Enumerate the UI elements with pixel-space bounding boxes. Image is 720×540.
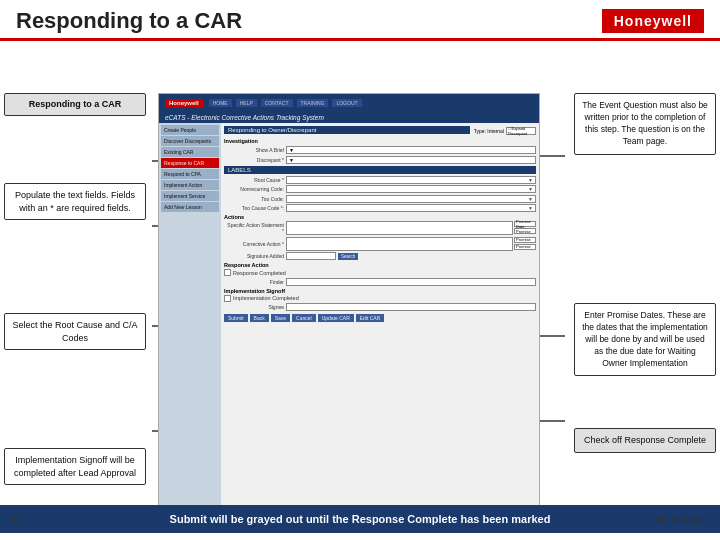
sc-nav-help[interactable]: HELP (236, 99, 257, 107)
check-response-annotation: Check off Response Complete (574, 428, 716, 453)
sc-show-a-brief: Show A Brief ▼ (224, 146, 536, 154)
sc-specific-action-input[interactable] (286, 221, 513, 235)
sc-update-car-btn[interactable]: Update CAR (318, 314, 354, 322)
sc-sidebar-lessons[interactable]: Add New Lesson (161, 202, 219, 212)
sc-sidebar-implement-svc[interactable]: Implement Service (161, 191, 219, 201)
event-question-annotation: The Event Question must also be written … (574, 93, 716, 155)
sc-body: Create People Discover Discrepants Exist… (159, 123, 539, 515)
sc-title-bar: eCATS - Electronic Corrective Actions Tr… (159, 112, 539, 123)
sc-expand-checkbox[interactable]: □ Expand Discrepant (506, 127, 536, 135)
sc-actions-label: Actions (224, 214, 536, 220)
sc-show-brief-select[interactable]: ▼ (286, 146, 536, 154)
sc-nonrecurring-select[interactable]: ▼ (286, 185, 536, 193)
sc-bottom-buttons: Submit Back Save Cancel Update CAR Edit … (224, 314, 536, 322)
sc-root-cause-select[interactable]: ▼ (286, 176, 536, 184)
sc-save-btn[interactable]: Save (271, 314, 290, 322)
sc-specific-action-row: Specific Action Statement * Promise Date… (224, 221, 536, 235)
sc-promise-date-4[interactable]: Promise (514, 244, 536, 250)
sc-response-complete-row: Response Completed (224, 269, 536, 276)
sc-impl-signee-row: Signee (224, 303, 536, 311)
main-content: Responding to a CAR Populate the text fi… (0, 41, 720, 533)
sc-sidebar-response[interactable]: Response to CAR (161, 158, 219, 168)
sc-sidebar-respond-cpa[interactable]: Respond to CPA (161, 169, 219, 179)
sc-corrective-action-input[interactable] (286, 237, 513, 251)
sc-promise-date-3[interactable]: Promise (514, 237, 536, 243)
sc-signature-btn[interactable]: Search (338, 253, 358, 260)
bottom-bar: Submit will be grayed out until the Resp… (0, 505, 720, 533)
sc-too-code-row: Too Code: ▼ (224, 195, 536, 203)
sc-sidebar-implement[interactable]: Implement Action (161, 180, 219, 190)
page-title: Responding to a CAR (16, 8, 242, 34)
sc-impl-complete-row: Implementation Completed (224, 295, 536, 302)
sc-back-btn[interactable]: Back (250, 314, 269, 322)
sc-response-complete-checkbox[interactable] (224, 269, 231, 276)
sc-signature-row: Signature Added Search (224, 252, 536, 260)
sc-logo: Honeywell (165, 99, 203, 107)
sc-impl-signoff-label: Implementation Signoff (224, 288, 536, 294)
sc-section-title: Responding to Owner/Discrepant (224, 126, 470, 134)
sc-finder-row: Finder (224, 278, 536, 286)
sc-labels-section: LABELS (224, 166, 536, 174)
page-header: Responding to a CAR Honeywell (0, 0, 720, 41)
sc-submit-btn[interactable]: Submit (224, 314, 248, 322)
sc-promise-date-2[interactable]: Promise (514, 228, 536, 234)
sc-promise-date-1[interactable]: Promise Date (514, 221, 536, 227)
sc-impl-complete-label: Implementation Completed (233, 295, 299, 301)
sc-sidebar: Create People Discover Discrepants Exist… (159, 123, 221, 515)
sc-sidebar-discover[interactable]: Discover Discrepants (161, 136, 219, 146)
bottom-bar-text: Submit will be grayed out until the Resp… (170, 513, 551, 525)
sc-signature-input[interactable] (286, 252, 336, 260)
sc-investigation-label: Investigation (224, 138, 536, 144)
root-cause-annotation: Select the Root Cause and C/A Codes (4, 313, 146, 350)
sc-main-content: Responding to Owner/Discrepant Type: Int… (221, 123, 539, 515)
sc-nav-home[interactable]: HOME (209, 99, 232, 107)
honeywell-logo: Honeywell (602, 9, 704, 33)
sc-corrective-action-row: Corrective Action * Promise Promise (224, 237, 536, 251)
sc-nav-contact[interactable]: CONTACT (261, 99, 293, 107)
sc-sidebar-create-people[interactable]: Create People (161, 125, 219, 135)
promise-dates-annotation: Enter Promise Dates. These are the dates… (574, 303, 716, 376)
file-number-label: File Number (650, 513, 710, 525)
page-number: 21 (10, 513, 22, 525)
sc-nav-training[interactable]: TRAINING (297, 99, 329, 107)
sc-root-cause-row: Root Cause * ▼ (224, 176, 536, 184)
populate-fields-annotation: Populate the text fields. Fields with an… (4, 183, 146, 220)
sc-sidebar-existing[interactable]: Existing CAR (161, 147, 219, 157)
impl-signoff-annotation: Implementation Signoff will be completed… (4, 448, 146, 485)
sc-finder-input[interactable] (286, 278, 536, 286)
sc-discrepant-row: Discrepant * ▼ (224, 156, 536, 164)
sc-cancel-btn[interactable]: Cancel (292, 314, 316, 322)
responding-to-car-label: Responding to a CAR (4, 93, 146, 116)
sc-nav: HOME HELP CONTACT TRAINING LOGOUT (209, 99, 362, 107)
sc-nonrecurring-row: Nonrecurring Code: ▼ (224, 185, 536, 193)
sc-edit-car-btn[interactable]: Edit CAR (356, 314, 385, 322)
sc-too-cause-row: Too Cause Code *: ▼ (224, 204, 536, 212)
sc-too-cause-select[interactable]: ▼ (286, 204, 536, 212)
sc-signee-input[interactable] (286, 303, 536, 311)
sc-response-action-label: Response Action (224, 262, 536, 268)
sc-too-code-select[interactable]: ▼ (286, 195, 536, 203)
sc-app-header: Honeywell HOME HELP CONTACT TRAINING LOG… (159, 94, 539, 112)
sc-nav-logout[interactable]: LOGOUT (332, 99, 361, 107)
sc-discrepant-select[interactable]: ▼ (286, 156, 536, 164)
sc-impl-complete-checkbox[interactable] (224, 295, 231, 302)
ecats-screenshot: Honeywell HOME HELP CONTACT TRAINING LOG… (158, 93, 540, 523)
sc-type-label: Type: Internal (474, 128, 504, 134)
sc-response-complete-label: Response Completed (233, 270, 286, 276)
